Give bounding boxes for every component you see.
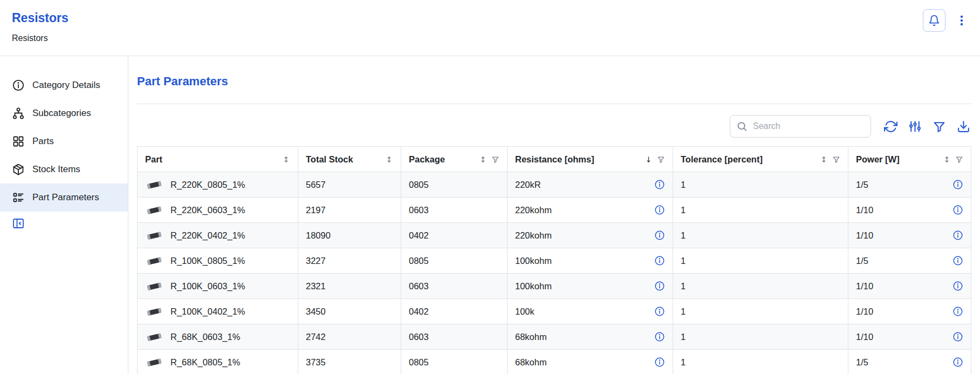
column-filter-icon[interactable] xyxy=(657,155,665,164)
resistor-chip-icon xyxy=(145,332,163,342)
resistance-value: 220kohm xyxy=(515,230,552,241)
collapse-sidebar-button[interactable] xyxy=(12,217,25,230)
part-name: R_68K_0805_1% xyxy=(170,357,240,368)
column-filter-icon[interactable] xyxy=(832,155,840,164)
info-icon[interactable] xyxy=(952,205,963,215)
column-header[interactable]: Power [W] xyxy=(848,147,971,172)
total-stock-cell: 3227 xyxy=(298,248,401,274)
part-thumbnail xyxy=(145,307,163,316)
info-icon[interactable] xyxy=(654,230,665,241)
table-row[interactable]: R_220K_0805_1% 5657 0805 220kR 1 1/5 xyxy=(138,172,971,198)
power-value: 1/5 xyxy=(856,357,868,368)
table-row[interactable]: R_68K_0805_1% 3735 0805 68kohm 1 1/5 xyxy=(138,350,971,374)
hierarchy-icon xyxy=(12,107,25,120)
part-name: R_68K_0603_1% xyxy=(170,332,240,342)
column-header[interactable]: Part xyxy=(138,147,298,172)
column-header-label: Power [W] xyxy=(856,154,900,165)
section-divider xyxy=(137,104,971,104)
total-stock-cell: 2197 xyxy=(298,198,401,223)
part-parameters-table: Part Total Stock Package Resistance xyxy=(137,146,971,374)
sort-icon[interactable] xyxy=(645,155,653,164)
part-name: R_220K_0805_1% xyxy=(170,180,245,190)
sort-icon[interactable] xyxy=(943,155,951,164)
sidebar-item-category-details[interactable]: Category Details xyxy=(0,71,128,99)
column-header[interactable]: Tolerance [percent] xyxy=(673,147,848,172)
info-icon[interactable] xyxy=(654,281,665,291)
info-icon[interactable] xyxy=(952,357,963,368)
sidebar-item-label: Stock Items xyxy=(32,164,80,175)
sort-icon[interactable] xyxy=(282,155,290,164)
resistance-value: 220kohm xyxy=(515,205,552,215)
column-header[interactable]: Package xyxy=(401,147,508,172)
info-circle-icon xyxy=(12,79,25,92)
tolerance-cell: 1 xyxy=(673,324,848,350)
total-stock-cell: 5657 xyxy=(298,172,401,198)
column-settings-button[interactable] xyxy=(907,119,923,134)
filter-button[interactable] xyxy=(931,119,947,134)
table-row[interactable]: R_100K_0805_1% 3227 0805 100kohm 1 1/5 xyxy=(138,248,971,274)
notifications-button[interactable] xyxy=(923,9,945,32)
info-icon[interactable] xyxy=(952,306,963,317)
resistor-chip-icon xyxy=(145,206,163,215)
download-button[interactable] xyxy=(956,119,971,134)
column-header-label: Total Stock xyxy=(306,154,353,165)
sidebar-item-subcategories[interactable]: Subcategories xyxy=(0,99,128,127)
collapse-sidebar-icon xyxy=(12,217,25,230)
info-icon[interactable] xyxy=(654,306,665,317)
info-icon[interactable] xyxy=(654,255,665,266)
overflow-menu-button[interactable] xyxy=(955,14,968,27)
resistor-chip-icon xyxy=(145,282,163,291)
info-icon[interactable] xyxy=(952,230,963,241)
info-icon[interactable] xyxy=(654,205,665,215)
tolerance-cell: 1 xyxy=(673,274,848,299)
sidebar-item-part-parameters[interactable]: Part Parameters xyxy=(0,183,128,212)
info-icon[interactable] xyxy=(952,331,963,342)
total-stock-cell: 3450 xyxy=(298,299,401,324)
power-value: 1/10 xyxy=(856,281,873,291)
table-row[interactable]: R_100K_0603_1% 2321 0603 100kohm 1 1/10 xyxy=(138,274,971,299)
package-cell: 0805 xyxy=(401,350,508,374)
resistance-value: 100k xyxy=(515,307,534,317)
search-input[interactable] xyxy=(730,115,871,138)
column-header-label: Part xyxy=(145,154,162,165)
download-icon xyxy=(957,120,970,133)
info-icon[interactable] xyxy=(654,357,665,368)
info-icon[interactable] xyxy=(654,179,665,190)
column-header[interactable]: Total Stock xyxy=(298,147,401,172)
info-icon[interactable] xyxy=(952,255,963,266)
table-row[interactable]: R_220K_0402_1% 18090 0402 220kohm 1 1/10 xyxy=(138,223,971,248)
info-icon[interactable] xyxy=(654,331,665,342)
tolerance-cell: 1 xyxy=(673,223,848,248)
info-icon[interactable] xyxy=(952,281,963,291)
resistance-value: 68kohm xyxy=(515,357,547,368)
total-stock-cell: 2321 xyxy=(298,274,401,299)
resistor-chip-icon xyxy=(145,358,163,367)
package-cell: 0603 xyxy=(401,198,508,223)
table-row[interactable]: R_220K_0603_1% 2197 0603 220kohm 1 1/10 xyxy=(138,198,971,223)
refresh-button[interactable] xyxy=(883,119,899,134)
info-icon[interactable] xyxy=(952,179,963,190)
column-filter-icon[interactable] xyxy=(491,155,499,164)
column-header-label: Resistance [ohms] xyxy=(515,154,594,165)
part-name: R_100K_0603_1% xyxy=(170,281,245,291)
part-thumbnail xyxy=(145,358,163,367)
sort-icon[interactable] xyxy=(820,155,828,164)
power-value: 1/10 xyxy=(856,332,873,342)
search-icon xyxy=(736,121,748,132)
refresh-icon xyxy=(884,120,897,133)
breadcrumb[interactable]: Resistors xyxy=(12,33,967,43)
column-filter-icon[interactable] xyxy=(955,155,963,164)
toolbar-actions xyxy=(883,119,971,134)
page-title: Resistors xyxy=(12,11,967,25)
table-toolbar xyxy=(137,115,971,138)
tolerance-cell: 1 xyxy=(673,299,848,324)
column-header[interactable]: Resistance [ohms] xyxy=(508,147,673,172)
table-row[interactable]: R_68K_0603_1% 2742 0603 68kohm 1 1/10 xyxy=(138,324,971,350)
sort-icon[interactable] xyxy=(479,155,487,164)
sidebar-item-parts[interactable]: Parts xyxy=(0,127,128,155)
sort-icon[interactable] xyxy=(385,155,393,164)
sidebar-item-stock-items[interactable]: Stock Items xyxy=(0,155,128,183)
stock-box-icon xyxy=(12,163,25,176)
table-row[interactable]: R_100K_0402_1% 3450 0402 100k 1 1/10 xyxy=(138,299,971,324)
part-name: R_220K_0603_1% xyxy=(170,205,245,215)
